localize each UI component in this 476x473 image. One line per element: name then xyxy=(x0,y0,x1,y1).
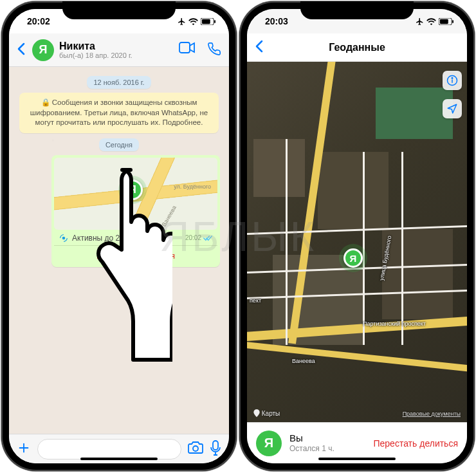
map-street-label: ул. Ванеева xyxy=(156,204,178,229)
read-ticks-icon xyxy=(203,235,212,241)
battery-icon xyxy=(439,18,454,25)
live-location-message[interactable]: ул. Будённого ул. Ванеева Я Активны до 2… xyxy=(51,155,220,267)
svg-point-13 xyxy=(452,78,453,79)
airplane-icon xyxy=(416,17,424,26)
voice-call-button[interactable] xyxy=(207,42,221,59)
map-street-label: Партизанский проспект xyxy=(363,320,426,327)
notch xyxy=(300,1,414,19)
phone-left: 20:02 Я Никита был(-а) 18 апр. 2020 г. xyxy=(1,1,237,471)
map-street-label: ул. Будённого xyxy=(174,183,211,190)
map-locate-button[interactable] xyxy=(443,99,462,118)
message-input[interactable] xyxy=(37,439,181,459)
mic-button[interactable] xyxy=(210,440,221,458)
svg-rect-2 xyxy=(214,20,215,23)
back-button[interactable] xyxy=(17,42,27,58)
today-separator: Сегодня xyxy=(99,138,139,151)
svg-rect-7 xyxy=(213,441,218,450)
map-credit: Карты xyxy=(253,409,280,417)
status-time: 20:03 xyxy=(265,16,288,26)
battery-icon xyxy=(201,18,216,25)
avatar[interactable]: Я xyxy=(256,431,282,456)
svg-point-6 xyxy=(193,446,198,451)
wifi-icon xyxy=(188,18,198,25)
geo-header: Геоданные xyxy=(247,33,467,62)
svg-rect-1 xyxy=(202,19,210,23)
status-icons xyxy=(416,17,454,26)
encryption-notice[interactable]: 🔒 Сообщения и звонки защищены сквозным ш… xyxy=(19,93,219,133)
active-until-label: Активны до 21:02 xyxy=(72,234,135,243)
chat-header: Я Никита был(-а) 18 апр. 2020 г. xyxy=(9,33,229,67)
status-time: 20:02 xyxy=(27,16,50,26)
screen-right: 20:03 Геоданные xyxy=(247,9,467,463)
map-info-button[interactable] xyxy=(443,71,462,90)
svg-rect-10 xyxy=(452,20,453,23)
chat-body[interactable]: 12 нояб. 2016 г. 🔒 Сообщения и звонки за… xyxy=(9,67,229,434)
notch xyxy=(62,1,176,19)
back-button[interactable] xyxy=(255,40,264,55)
map-user-pin[interactable]: Я xyxy=(122,180,143,200)
broadcast-icon xyxy=(59,234,68,243)
attach-button[interactable] xyxy=(17,441,31,458)
home-indicator[interactable] xyxy=(318,458,396,460)
camera-button[interactable] xyxy=(188,441,203,457)
map-user-pin[interactable]: Я xyxy=(343,248,363,268)
map-street-label: Ванеева xyxy=(292,358,315,364)
remaining-label: Остался 1 ч. xyxy=(289,444,365,453)
status-icons xyxy=(178,17,216,26)
contact-info[interactable]: Никита был(-а) 18 апр. 2020 г. xyxy=(59,41,174,60)
location-map-preview[interactable]: ул. Будённого ул. Ванеева Я xyxy=(54,158,217,230)
stop-sharing-button[interactable]: Перестать делиться xyxy=(54,245,217,264)
video-call-button[interactable] xyxy=(179,42,196,59)
satellite-map[interactable]: улица Будённого Партизанский проспект Ва… xyxy=(247,62,467,422)
date-separator: 12 нояб. 2016 г. xyxy=(87,76,151,89)
you-info: Вы Остался 1 ч. xyxy=(289,432,365,453)
airplane-icon xyxy=(178,17,186,26)
message-timestamp: 20:02 xyxy=(185,234,212,241)
you-label: Вы xyxy=(289,432,365,444)
wifi-icon xyxy=(426,18,436,25)
map-street-label: пект xyxy=(250,297,261,304)
avatar[interactable]: Я xyxy=(32,39,54,61)
contact-name: Никита xyxy=(59,41,174,52)
stop-sharing-button[interactable]: Перестать делиться xyxy=(373,438,458,449)
page-title: Геоданные xyxy=(329,42,385,53)
home-indicator[interactable] xyxy=(80,458,158,460)
svg-rect-9 xyxy=(440,19,448,23)
map-legal-link[interactable]: Правовые документы xyxy=(403,411,461,417)
screen-left: 20:02 Я Никита был(-а) 18 апр. 2020 г. xyxy=(9,9,229,463)
phone-right: 20:03 Геоданные xyxy=(239,1,475,471)
contact-last-seen: был(-а) 18 апр. 2020 г. xyxy=(59,51,174,59)
svg-rect-3 xyxy=(179,42,190,53)
